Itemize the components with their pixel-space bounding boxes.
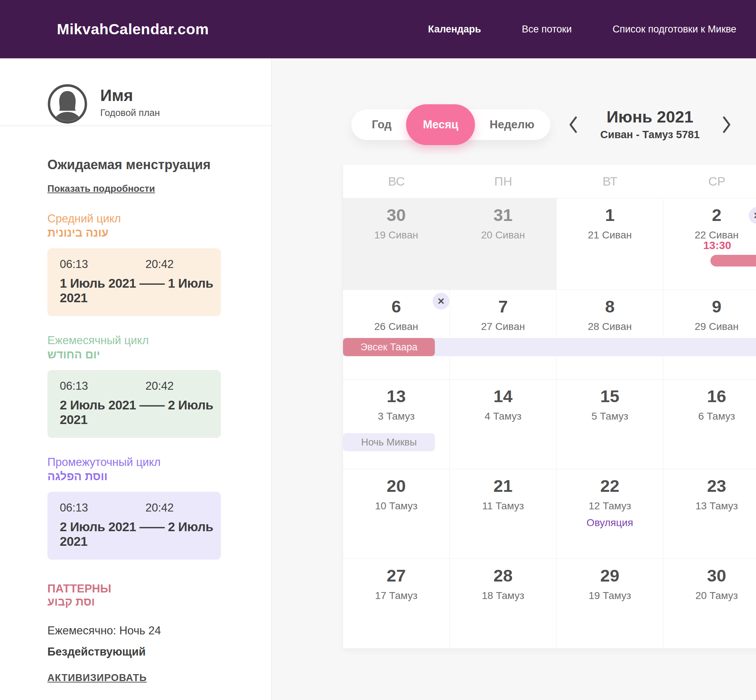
next-month-button[interactable] — [722, 115, 732, 134]
week-row: 6 26 Сиван 7 27 Сиван 8 28 Сиван 9 29 Си… — [343, 289, 756, 379]
week-row: 20 10 Тамуз 21 11 Тамуз 22 12 Тамуз Овул… — [343, 469, 756, 559]
view-year-button[interactable]: Год — [361, 118, 402, 131]
nav-mikvah-prep-list[interactable]: Список подготовки к Микве — [611, 23, 739, 35]
day-cell[interactable]: 27 17 Тамуз — [343, 559, 450, 648]
day-cell[interactable]: 9 29 Сиван — [664, 290, 756, 379]
event-bar[interactable] — [711, 255, 756, 267]
patterns-section: ПАТТЕРНЫ וסת קבוע Ежемесячно: Ночь 24 Бе… — [47, 582, 271, 684]
weekday-sun: ВС — [343, 174, 450, 189]
day-number: 20 — [343, 477, 450, 494]
day-cell[interactable]: 20 10 Тамуз — [343, 469, 450, 559]
end-time: 20:42 — [145, 258, 174, 271]
avatar — [47, 84, 87, 124]
average-cycle-title: Средний цикл — [47, 212, 271, 225]
view-week-button[interactable]: Неделю — [479, 118, 545, 131]
average-cycle-card: 06:13 20:42 1 Июль 2021 —— 1 Июль 2021 — [47, 248, 221, 316]
app-logo: MikvahCalendar.com — [57, 21, 209, 38]
day-cell[interactable]: 28 18 Тамуз — [450, 559, 557, 648]
day-cell[interactable]: 13 3 Тамуз — [343, 380, 450, 469]
monthly-cycle-section: Ежемесячный цикл יום החודש 06:13 20:42 2… — [47, 334, 271, 438]
times-row: 06:13 20:42 — [60, 258, 221, 271]
chevron-left-icon — [567, 115, 578, 134]
app-body: Имя Годовой план Ожидаемая менструация П… — [0, 58, 756, 700]
day-hebrew-date: 5 Тамуз — [557, 411, 663, 422]
day-hebrew-date: 29 Сиван — [664, 321, 756, 333]
show-details-link[interactable]: Показать подробности — [47, 183, 155, 194]
hefsek-tahara-badge[interactable]: Эвсек Таара — [343, 338, 435, 356]
day-hebrew-date: 3 Тамуз — [343, 411, 450, 422]
day-number: 23 — [664, 477, 756, 494]
day-number: 22 — [557, 477, 663, 494]
patterns-monthly: Ежемесячно: Ночь 24 — [47, 624, 271, 637]
weekday-header-row: ВС ПН ВТ СР — [343, 165, 756, 198]
week-row: 13 3 Тамуз 14 4 Тамуз 15 5 Тамуз 16 6 Та… — [343, 379, 756, 469]
day-cell[interactable]: 16 6 Тамуз — [664, 380, 756, 469]
month-title: Июнь 2021 — [600, 109, 700, 125]
patterns-hebrew: וסת קבוע — [47, 595, 271, 608]
sidebar-content: Ожидаемая менструация Показать подробнос… — [0, 158, 271, 684]
day-hebrew-date: 17 Тамуз — [343, 590, 450, 602]
profile-plan: Годовой план — [100, 107, 160, 119]
calendar-grid: ВС ПН ВТ СР 30 19 Сиван 31 20 Сиван 1 21… — [343, 165, 756, 648]
day-number: 14 — [450, 388, 556, 405]
top-bar: MikvahCalendar.com Календарь Все потоки … — [0, 0, 756, 58]
day-cell[interactable]: 29 19 Тамуз — [557, 559, 664, 648]
view-month-button[interactable]: Месяц — [406, 104, 475, 145]
day-cell[interactable]: 31 20 Сиван — [450, 198, 557, 289]
patterns-status: Бездействующий — [47, 645, 271, 658]
day-number: 16 — [664, 388, 756, 405]
nav-all-flows[interactable]: Все потоки — [520, 23, 574, 35]
day-number: 2 — [664, 206, 756, 223]
profile-block: Имя Годовой план — [0, 58, 271, 124]
day-cell[interactable]: 7 27 Сиван — [450, 290, 557, 379]
day-hebrew-date: 10 Тамуз — [343, 500, 450, 512]
day-hebrew-date: 11 Тамуз — [450, 500, 556, 512]
day-number: 1 — [557, 206, 663, 223]
day-cell[interactable]: 1 21 Сиван — [557, 198, 664, 289]
day-cell[interactable]: 15 5 Тамуз — [557, 380, 664, 469]
day-cell[interactable]: 8 28 Сиван — [557, 290, 664, 379]
day-hebrew-date: 12 Тамуз — [557, 500, 663, 512]
date-range: 2 Июль 2021 —— 2 Июль 2021 — [60, 398, 221, 427]
day-hebrew-date: 6 Тамуз — [664, 411, 756, 422]
nav-calendar[interactable]: Календарь — [426, 23, 483, 35]
day-cell[interactable]: 21 11 Тамуз — [450, 469, 557, 559]
ovulation-label: Овуляция — [557, 517, 663, 529]
monthly-cycle-hebrew: יום החודש — [47, 348, 271, 361]
day-number: 15 — [557, 388, 663, 405]
activate-link[interactable]: АКТИВИЗИРОВАТЬ — [47, 672, 147, 684]
start-time: 06:13 — [60, 501, 145, 514]
week-row: 30 19 Сиван 31 20 Сиван 1 21 Сиван 2 22 … — [343, 198, 756, 289]
day-cell[interactable]: 30 20 Тамуз — [664, 559, 756, 648]
interval-cycle-hebrew: ווסת הפלגה — [47, 470, 271, 483]
end-time: 20:42 — [145, 380, 174, 393]
day-cell[interactable]: 30 19 Сиван — [343, 198, 450, 289]
monthly-cycle-title: Ежемесячный цикл — [47, 334, 271, 347]
day-number: 30 — [343, 206, 450, 223]
month-subtitle: Сиван - Тамуз 5781 — [600, 129, 700, 141]
prev-month-button[interactable] — [567, 115, 578, 134]
expected-menstruation-title: Ожидаемая менструация — [47, 158, 271, 172]
day-cell[interactable]: 14 4 Тамуз — [450, 380, 557, 469]
end-time: 20:42 — [145, 501, 174, 514]
weekday-tue: ВТ — [557, 174, 664, 189]
date-range: 1 Июль 2021 —— 1 Июль 2021 — [60, 276, 221, 305]
profile-text: Имя Годовой план — [100, 84, 160, 124]
day-hebrew-date: 20 Сиван — [450, 229, 556, 241]
day-number: 9 — [664, 298, 756, 315]
day-number: 8 — [557, 298, 663, 315]
day-cell[interactable]: 23 13 Тамуз — [664, 469, 756, 559]
day-number: 7 — [450, 298, 556, 315]
top-nav: Календарь Все потоки Список подготовки к… — [426, 23, 739, 35]
sidebar-divider — [0, 125, 271, 126]
day-number: 27 — [343, 567, 450, 584]
event-time-label: 13:30 — [664, 239, 756, 252]
day-number: 21 — [450, 477, 556, 494]
day-hebrew-date: 21 Сиван — [557, 229, 663, 241]
day-hebrew-date: 28 Сиван — [557, 321, 663, 333]
patterns-title: ПАТТЕРНЫ — [47, 582, 271, 595]
mikvah-night-badge[interactable]: Ночь Миквы — [343, 433, 435, 452]
interval-cycle-section: Промежуточный цикл ווסת הפלגה 06:13 20:4… — [47, 456, 271, 559]
day-cell[interactable]: 22 12 Тамуз Овуляция — [557, 469, 664, 559]
close-icon[interactable]: ✕ — [433, 293, 450, 309]
